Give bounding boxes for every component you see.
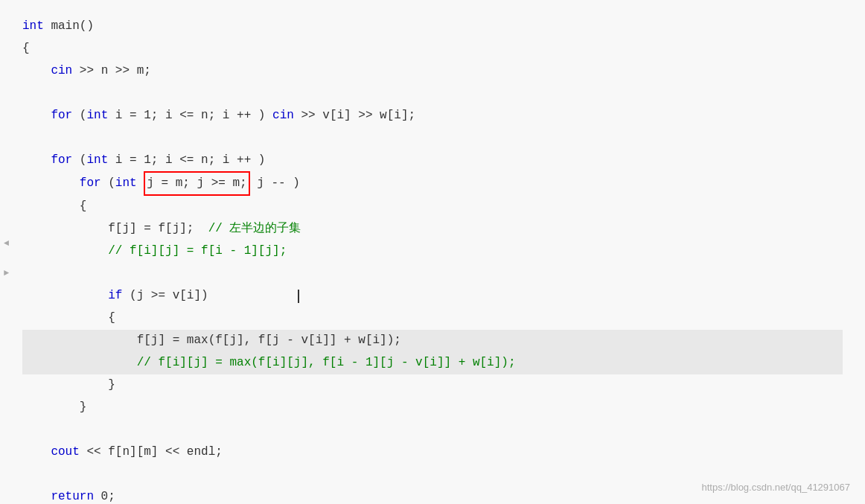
line-empty1 — [22, 82, 843, 104]
code-block: int main() { cin >> n >> m; for (int i =… — [22, 15, 843, 504]
line-cin: cin >> n >> m; — [22, 60, 843, 82]
line-brace-close2: } — [22, 397, 843, 419]
highlighted-condition: j = m; j >= m; — [144, 171, 249, 196]
scroll-arrow-left[interactable]: ◄ — [4, 238, 9, 249]
keyword-cin2: cin — [272, 105, 294, 127]
keyword-for3: for — [80, 173, 101, 194]
keyword-cin: cin — [51, 60, 72, 82]
line-main: int main() — [22, 15, 843, 37]
line-brace2: { — [22, 196, 843, 218]
comment-1: // 左半边的子集 — [208, 218, 301, 240]
keyword-for1: for — [51, 105, 72, 127]
line-comment-fij1: // f[i][j] = f[i - 1][j]; — [22, 240, 843, 263]
watermark: https://blog.csdn.net/qq_41291067 — [702, 482, 851, 493]
keyword-return: return — [51, 486, 94, 504]
line-if: if (j >= v[i]) — [22, 285, 843, 307]
line-for2: for (int i = 1; i <= n; i ++ ) — [22, 149, 843, 171]
line-brace-close3: } — [22, 374, 843, 397]
scroll-arrow-right[interactable]: ► — [4, 268, 9, 278]
line-empty2 — [22, 127, 843, 149]
keyword-for2: for — [51, 150, 72, 171]
line-empty3 — [22, 263, 843, 285]
code-container: ◄ ► int main() { cin >> n >> m; for (int… — [0, 0, 865, 504]
line-for-inner: for (int j = m; j >= m; j -- ) — [22, 171, 843, 196]
line-for1: for (int i = 1; i <= n; i ++ ) cin >> v[… — [22, 104, 843, 127]
line-fj: f[j] = f[j]; // 左半边的子集 — [22, 218, 843, 240]
keyword-int: int — [22, 16, 44, 37]
keyword-int1: int — [86, 105, 108, 127]
line-fj-max: f[j] = max(f[j], f[j - v[i]] + w[i]); — [22, 330, 843, 352]
line-comment-fij2: // f[i][j] = max(f[i][j], f[i - 1][j - v… — [22, 352, 843, 374]
keyword-int3: int — [115, 173, 137, 194]
comment-2: // f[i][j] = f[i - 1][j]; — [108, 240, 287, 262]
keyword-if: if — [108, 285, 122, 307]
line-brace1: { — [22, 37, 843, 60]
line-brace3: { — [22, 307, 843, 330]
keyword-cout: cout — [51, 441, 79, 463]
comment-3: // f[i][j] = max(f[i][j], f[i - 1][j - v — [137, 352, 423, 374]
line-empty4 — [22, 419, 843, 441]
keyword-int2: int — [86, 150, 108, 171]
line-cout: cout << f[n][m] << endl; — [22, 441, 843, 464]
text-cursor — [298, 290, 299, 303]
